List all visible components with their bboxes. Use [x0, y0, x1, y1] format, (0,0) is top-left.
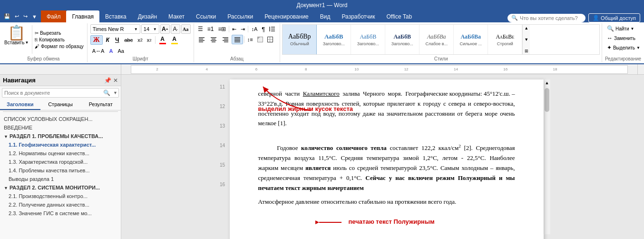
align-center-button[interactable]: [208, 35, 219, 44]
tab-review[interactable]: Рецензирование: [259, 10, 314, 22]
font-name-select[interactable]: Times New R ▼: [90, 24, 140, 34]
tab-references[interactable]: Ссылки: [190, 10, 222, 22]
bullets-button[interactable]: ☰: [196, 24, 205, 34]
nav-item-3[interactable]: 1.1. Геофизическая характерист...: [0, 140, 121, 149]
select-button[interactable]: ✦ ✦ Выделить Выделить ▼: [605, 43, 642, 52]
tab-view[interactable]: Вид: [314, 10, 336, 22]
nav-item-9[interactable]: 2.1. Производственный контро...: [0, 192, 121, 200]
subscript-button[interactable]: x2: [136, 35, 145, 45]
style-subtle[interactable]: АаБбВа Слабое в...: [420, 25, 454, 54]
nav-item-10[interactable]: 2.2. Получение данных качеств...: [0, 200, 121, 209]
scrollbar-thumb[interactable]: [545, 88, 549, 112]
nav-item-6[interactable]: 1.4. Проблемы качества питьев...: [0, 166, 121, 175]
decrease-indent-button[interactable]: ⇤: [230, 24, 238, 34]
cut-button[interactable]: ✂ ✂ ВырезатьВырезать: [33, 30, 85, 36]
nav-item-11[interactable]: 2.3. Значение ГИС в системе мо...: [0, 209, 121, 218]
tab-developer[interactable]: Разработчик: [336, 10, 381, 22]
bold-button[interactable]: Ж: [90, 35, 103, 45]
tab-officetab[interactable]: Office Tab: [381, 10, 418, 22]
nav-item-1[interactable]: ВВЕДЕНИЕ: [0, 123, 121, 132]
style-heading3[interactable]: АаБбВ Заголово...: [385, 25, 420, 54]
align-left-button[interactable]: [196, 35, 207, 44]
styles-group: АаБбВр Обычный АаБбВ Заголово... АаБбВ З…: [280, 23, 602, 62]
font-shrink-button[interactable]: A-: [171, 24, 180, 34]
nav-panel-header: Навигация 📌 ✕: [0, 75, 121, 86]
tab-design[interactable]: Дизайн: [132, 10, 163, 22]
highlight-button[interactable]: А: [169, 35, 180, 45]
ruler: 2 4 6 8 10 12 14 16 18: [0, 64, 644, 75]
replace-button[interactable]: ↔ ↔ Заменить Заменить: [605, 34, 642, 42]
format-painter-button[interactable]: 🖌 Формат по образцуФормат по образцу: [33, 43, 85, 50]
nav-tab-headings[interactable]: Заголовки: [0, 100, 40, 110]
nav-tab-results[interactable]: Результат: [80, 100, 121, 110]
tab-layout[interactable]: Макет: [163, 10, 190, 22]
copy-button[interactable]: ⎘ ⎘ КопироватьКопировать: [33, 37, 85, 43]
nav-pin-button[interactable]: 📌: [104, 77, 111, 84]
style-heading2[interactable]: АаБбВ Заголово...: [351, 25, 385, 54]
nav-item-8[interactable]: ▼ РАЗДЕЛ 2. СИСТЕМА МОНИТОРИ...: [0, 183, 121, 192]
superscript-button[interactable]: x2: [145, 35, 154, 45]
tab-file[interactable]: Файл: [41, 10, 67, 22]
text-color-button[interactable]: А: [157, 35, 168, 45]
ribbon-search-input[interactable]: [520, 15, 582, 21]
scrollbar-up-btn[interactable]: ▲: [545, 80, 549, 85]
nav-search-icon[interactable]: 🔍: [101, 89, 112, 97]
style-normal[interactable]: АаБбВр Обычный: [283, 25, 317, 54]
doc-scrollbar[interactable]: ▲: [544, 80, 550, 234]
sort-button[interactable]: ↕A: [249, 24, 259, 34]
font-size-select[interactable]: 14 ▼: [141, 24, 159, 34]
save-quick-btn[interactable]: 💾: [2, 12, 12, 20]
numbered-list-button[interactable]: ≡1: [205, 24, 216, 34]
find-button[interactable]: 🔍 🔍 Найти Найти ▼: [605, 24, 642, 33]
nav-tab-pages[interactable]: Страницы: [40, 100, 81, 110]
ribbon-body: 📋 Вставить ▼ ✂ ✂ ВырезатьВырезать ⎘ ⎘ Ко…: [0, 22, 644, 64]
paste-button[interactable]: 📋 Вставить ▼: [2, 24, 31, 55]
document-title: Документ1 — Word: [296, 2, 347, 9]
shading-button[interactable]: [255, 35, 265, 44]
styles-scroll-up[interactable]: ▲: [524, 26, 528, 30]
italic-button[interactable]: К: [103, 35, 112, 45]
underline-button[interactable]: Ч: [113, 35, 121, 45]
font-grow-button[interactable]: A+: [160, 24, 170, 34]
doc-scroll[interactable]: 11 12 13 14 15 16 северной части Каламит…: [121, 75, 644, 239]
paragraph-spacing-button[interactable]: ↕≡: [245, 35, 255, 44]
nav-item-0[interactable]: СПИСОК УСЛОВНЫХ СОКРАЩЕН...: [0, 115, 121, 123]
increase-indent-button[interactable]: ⇥: [239, 24, 247, 34]
style-intense[interactable]: АаБбВа Сильное ...: [454, 25, 488, 54]
quick-access-more-btn[interactable]: ▼: [30, 13, 39, 20]
nav-item-4[interactable]: 1.2. Нормативы оценки качеств...: [0, 149, 121, 158]
tab-mailings[interactable]: Рассылки: [222, 10, 259, 22]
strikethrough-button[interactable]: abc: [122, 35, 135, 45]
clear-format-button[interactable]: Aa: [181, 24, 191, 34]
styles-more[interactable]: ⊞: [525, 49, 528, 53]
multilevel-list-button[interactable]: ≡⊞: [216, 24, 228, 34]
style-heading1[interactable]: АаБбВ Заголово...: [317, 25, 351, 54]
tab-insert[interactable]: Вставка: [99, 10, 132, 22]
font-group-label: Шрифт: [88, 56, 194, 61]
nav-item-5[interactable]: 1.3. Характеристика городской...: [0, 158, 121, 166]
style-strict[interactable]: АаБбВе Строгий: [488, 25, 522, 54]
justify-button[interactable]: [232, 35, 243, 44]
redo-quick-btn[interactable]: ↪: [21, 12, 29, 20]
title-bar: Документ1 — Word: [0, 0, 644, 10]
char-spacing-button[interactable]: A↔A: [90, 46, 107, 56]
nav-item-7[interactable]: Выводы раздела 1: [0, 175, 121, 183]
page-line-numbers: 11 12 13 14 15 16: [215, 80, 230, 234]
styles-scroll-down[interactable]: ▼: [524, 37, 528, 42]
change-case-button[interactable]: Aa: [116, 46, 126, 56]
ruler-content: 2 4 6 8 10 12 14 16 18: [121, 65, 637, 74]
borders-button[interactable]: [265, 35, 275, 44]
show-marks-button[interactable]: ¶: [260, 24, 267, 34]
nav-close-button[interactable]: ✕: [113, 77, 118, 84]
doc-paragraph-3: Атмосферное давление относительно стабил…: [258, 197, 515, 207]
nav-item-2[interactable]: ▼ РАЗДЕЛ 1. ПРОБЛЕМЫ КАЧЕСТВА...: [0, 132, 121, 140]
line-spacing-btn[interactable]: [267, 24, 278, 34]
text-effects-button[interactable]: A: [107, 46, 115, 56]
main-area: Навигация 📌 ✕ 🔍 ▼ Заголовки Страницы Рез…: [0, 75, 644, 239]
undo-quick-btn[interactable]: ↩: [13, 12, 21, 20]
tab-home[interactable]: Главная: [66, 10, 99, 22]
nav-search-input[interactable]: [2, 89, 101, 97]
share-button[interactable]: 👤 Общий доступ: [588, 13, 640, 22]
align-right-button[interactable]: [220, 35, 231, 44]
nav-search-dropdown[interactable]: ▼: [112, 90, 118, 95]
